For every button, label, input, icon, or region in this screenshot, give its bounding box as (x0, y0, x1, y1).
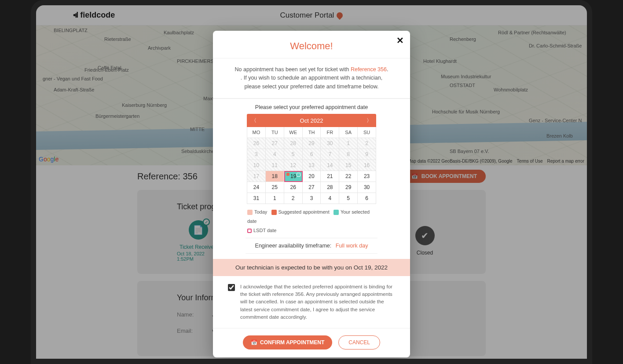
calendar-day[interactable]: 20 (303, 171, 321, 182)
calendar-day: 17 (247, 171, 266, 182)
confirm-label: CONFIRM APPOINTMENT (260, 339, 324, 346)
calendar-day[interactable]: 1 (266, 193, 284, 204)
calendar-day[interactable]: 29 (339, 182, 358, 193)
legend-selected-swatch (333, 210, 339, 215)
calendar-day[interactable]: 21 (321, 171, 339, 182)
calendar-day[interactable]: 18 (266, 171, 284, 182)
calendar-day: 1 (339, 138, 358, 149)
calendar-day: 10 (247, 160, 266, 171)
legend-today-swatch (247, 210, 253, 215)
calendar-day[interactable]: 19 (284, 171, 303, 182)
reference-link[interactable]: Reference 356 (351, 66, 387, 73)
calendar-day[interactable]: 22 (339, 171, 358, 182)
calendar-day: 3 (247, 149, 266, 160)
next-month-icon[interactable]: 〉 (366, 117, 372, 124)
calendar-day[interactable]: 4 (321, 193, 339, 204)
appointment-modal: ✕ Welcome! No appointment has been set y… (213, 31, 410, 357)
acknowledge-text: I acknowledge that the selected preferre… (240, 283, 395, 321)
calendar-day: 4 (266, 149, 284, 160)
calendar-day[interactable]: 31 (247, 193, 266, 204)
cancel-button[interactable]: CANCEL (338, 335, 380, 349)
calendar-day: 13 (303, 160, 321, 171)
calendar-day[interactable]: 28 (321, 182, 339, 193)
calendar-icon: 📅 (251, 339, 257, 346)
calendar-day[interactable]: 5 (339, 193, 358, 204)
calendar-day: 12 (284, 160, 303, 171)
close-icon[interactable]: ✕ (396, 35, 404, 46)
calendar-day: 8 (339, 149, 358, 160)
calendar-day: 6 (303, 149, 321, 160)
calendar-day[interactable]: 30 (358, 182, 376, 193)
calendar-day: 27 (266, 138, 284, 149)
screen: •ıl fieldcode Customer Portal Friedrich-… (36, 5, 587, 359)
legend-lsdt-swatch (247, 229, 252, 233)
device-frame: •ıl fieldcode Customer Portal Friedrich-… (31, 0, 592, 364)
calendar-day: 16 (358, 160, 376, 171)
calendar-day[interactable]: 25 (266, 182, 284, 193)
calendar-grid: MOTUWETHFRSASU26272829301234567891011121… (247, 127, 376, 204)
calendar-day[interactable]: 3 (303, 193, 321, 204)
calendar-day: 26 (247, 138, 266, 149)
availability-value[interactable]: Full work day (336, 243, 368, 249)
acknowledge-checkbox[interactable] (228, 284, 235, 291)
calendar-weekday: SA (339, 127, 358, 138)
calendar-weekday: MO (247, 127, 266, 138)
confirm-appointment-button[interactable]: 📅 CONFIRM APPOINTMENT (243, 335, 332, 349)
calendar-day: 14 (321, 160, 339, 171)
calendar-day[interactable]: 6 (358, 193, 376, 204)
expected-date-bar: Our technician is expected to be with yo… (213, 259, 410, 276)
calendar-day[interactable]: 2 (284, 193, 303, 204)
calendar-weekday: FR (321, 127, 339, 138)
acknowledgement-row: I acknowledge that the selected preferre… (213, 276, 410, 328)
calendar-day: 7 (321, 149, 339, 160)
calendar-day[interactable]: 26 (284, 182, 303, 193)
calendar-weekday: TU (266, 127, 284, 138)
calendar-day: 28 (284, 138, 303, 149)
calendar-weekday: TH (303, 127, 321, 138)
calendar-legend: Today Suggested appointment Your selecte… (247, 207, 379, 235)
calendar-day[interactable]: 24 (247, 182, 266, 193)
calendar-day: 5 (284, 149, 303, 160)
select-date-label: Please select your preferred appointment… (213, 99, 410, 114)
modal-title: Welcome! (213, 31, 410, 58)
calendar-weekday: WE (284, 127, 303, 138)
calendar-day: 15 (339, 160, 358, 171)
calendar-day[interactable]: 27 (303, 182, 321, 193)
calendar-month: Oct 2022 (300, 117, 323, 124)
calendar-day: 2 (358, 138, 376, 149)
calendar-day: 29 (303, 138, 321, 149)
calendar-header: 〈 Oct 2022 〉 (247, 114, 376, 127)
calendar-day: 11 (266, 160, 284, 171)
legend-suggested-swatch (271, 210, 277, 215)
calendar-day: 9 (358, 149, 376, 160)
modal-intro: No appointment has been set yet for tick… (213, 58, 410, 99)
prev-month-icon[interactable]: 〈 (251, 117, 257, 124)
calendar: 〈 Oct 2022 〉 MOTUWETHFRSASU2627282930123… (247, 114, 376, 204)
calendar-day[interactable]: 23 (358, 171, 376, 182)
calendar-weekday: SU (358, 127, 376, 138)
availability-row: Engineer availability timeframe: Full wo… (246, 238, 377, 254)
availability-label: Engineer availability timeframe: (255, 243, 332, 249)
calendar-day: 30 (321, 138, 339, 149)
